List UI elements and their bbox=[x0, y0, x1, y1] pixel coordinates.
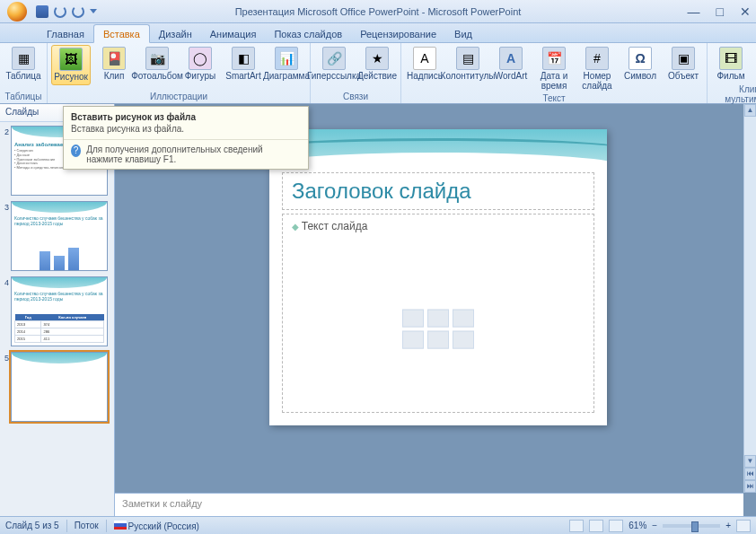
prev-slide-icon[interactable]: ⏮ bbox=[744, 468, 756, 480]
scroll-up-icon[interactable]: ▲ bbox=[744, 104, 756, 117]
chart-button[interactable]: 📊Диаграмма bbox=[267, 45, 306, 83]
thumb-4[interactable]: Количество случаев бешенства у собак за … bbox=[11, 276, 108, 346]
tab-design[interactable]: Дизайн bbox=[150, 25, 201, 42]
symbol-button[interactable]: ΩСимвол bbox=[620, 45, 660, 83]
zoom-level[interactable]: 61% bbox=[629, 521, 646, 530]
chart-label: Диаграмма bbox=[263, 72, 310, 82]
zoom-out-button[interactable]: − bbox=[652, 521, 657, 530]
zoom-slider[interactable] bbox=[663, 524, 720, 528]
status-bar: Слайд 5 из 5 Поток Русский (Россия) 61% … bbox=[0, 516, 756, 534]
next-slide-icon[interactable]: ⏭ bbox=[744, 480, 756, 493]
tab-insert[interactable]: Вставка bbox=[93, 24, 150, 43]
hyperlink-button[interactable]: 🔗Гиперссылка bbox=[314, 45, 354, 83]
status-layout: Поток bbox=[75, 521, 99, 530]
insert-smartart-icon[interactable] bbox=[453, 310, 474, 328]
qat-dropdown-icon[interactable] bbox=[90, 9, 97, 13]
table-button[interactable]: ▦Таблица bbox=[4, 45, 43, 83]
shapes-label: Фигуры bbox=[185, 72, 215, 82]
symbol-icon: Ω bbox=[629, 47, 652, 70]
slide: Заголовок слайда Текст слайда bbox=[269, 129, 607, 425]
tab-home[interactable]: Главная bbox=[38, 25, 93, 42]
save-icon[interactable] bbox=[36, 5, 48, 18]
headerfooter-button[interactable]: ▤Колонтитулы bbox=[448, 45, 488, 83]
object-button[interactable]: ▣Объект bbox=[664, 45, 703, 83]
table-icon: ▦ bbox=[12, 47, 35, 70]
smartart-button[interactable]: ◧SmartArt bbox=[224, 45, 263, 83]
group-media: 🎞Фильм 🔊Звук Клипы мультимедиа bbox=[708, 43, 756, 103]
tooltip-body: Вставка рисунка из файла. bbox=[64, 124, 308, 139]
view-slideshow-button[interactable] bbox=[609, 520, 623, 532]
tab-slideshow[interactable]: Показ слайдов bbox=[265, 25, 351, 42]
content-placeholder-icons[interactable] bbox=[402, 310, 474, 349]
datetime-label: Дата и время bbox=[534, 72, 574, 91]
scroll-track[interactable] bbox=[744, 117, 756, 457]
tab-review[interactable]: Рецензирование bbox=[351, 25, 445, 42]
thumb-number: 3 bbox=[2, 201, 11, 271]
fit-button[interactable] bbox=[736, 520, 751, 532]
textbox-icon: A bbox=[413, 47, 436, 70]
action-icon: ★ bbox=[365, 47, 389, 70]
zoom-in-button[interactable]: + bbox=[725, 521, 731, 530]
thumbnail-row[interactable]: 3 Количество случаев бешенства у собак з… bbox=[2, 201, 112, 271]
movie-button[interactable]: 🎞Фильм bbox=[711, 45, 751, 83]
shapes-button[interactable]: ◯Фигуры bbox=[180, 45, 220, 83]
vertical-scrollbar[interactable]: ▲ ▼ ⏮ ⏭ bbox=[743, 104, 756, 493]
datetime-button[interactable]: 📅Дата и время bbox=[534, 45, 574, 92]
office-button[interactable] bbox=[4, 0, 31, 23]
group-text: AНадпись ▤Колонтитулы AWordArt 📅Дата и в… bbox=[401, 43, 708, 103]
tab-view[interactable]: Вид bbox=[445, 25, 481, 42]
action-button[interactable]: ★Действие bbox=[357, 45, 397, 83]
thumb-4-table: ГодКол-во случаев201337420142862015411 bbox=[14, 314, 104, 343]
table-label: Таблица bbox=[5, 72, 40, 82]
thumb-5[interactable] bbox=[11, 352, 108, 422]
insert-table-icon[interactable] bbox=[402, 310, 424, 328]
scroll-down-icon[interactable]: ▼ bbox=[744, 455, 756, 468]
picture-button[interactable]: 🖼Рисунок bbox=[51, 45, 91, 85]
redo-icon[interactable] bbox=[72, 5, 84, 18]
window-title: Презентация Microsoft Office PowerPoint … bbox=[0, 6, 756, 17]
group-illus-label: Иллюстрации bbox=[51, 91, 306, 103]
tab-animation[interactable]: Анимация bbox=[201, 25, 266, 42]
picture-label: Рисунок bbox=[54, 73, 88, 83]
object-icon: ▣ bbox=[672, 47, 695, 70]
title-placeholder[interactable]: Заголовок слайда bbox=[282, 172, 594, 210]
album-button[interactable]: 📷Фотоальбом bbox=[137, 45, 177, 83]
group-tables-label: Таблицы bbox=[4, 91, 43, 103]
status-lang[interactable]: Русский (Россия) bbox=[114, 521, 199, 531]
help-icon: ? bbox=[71, 144, 81, 157]
textbox-label: Надпись bbox=[407, 72, 443, 82]
undo-icon[interactable] bbox=[54, 5, 66, 18]
minimize-button[interactable]: — bbox=[688, 4, 700, 19]
view-sorter-button[interactable] bbox=[589, 520, 603, 532]
hyperlink-icon: 🔗 bbox=[322, 47, 346, 70]
thumb-4-title: Количество случаев бешенства у собак за … bbox=[14, 291, 104, 302]
office-orb-icon bbox=[7, 2, 27, 22]
wordart-button[interactable]: AWordArt bbox=[491, 45, 531, 83]
group-tables: ▦Таблица Таблицы bbox=[0, 43, 48, 103]
picture-tooltip: Вставить рисунок из файла Вставка рисунк… bbox=[63, 106, 309, 170]
textbox-button[interactable]: AНадпись bbox=[405, 45, 444, 83]
wordart-icon: A bbox=[499, 47, 523, 70]
maximize-button[interactable]: □ bbox=[716, 4, 724, 19]
notes-pane[interactable]: Заметки к слайду bbox=[115, 493, 743, 516]
tooltip-help: ? Для получения дополнительных сведений … bbox=[64, 139, 308, 169]
view-normal-button[interactable] bbox=[569, 520, 584, 532]
slide-body-text: Текст слайда bbox=[292, 220, 585, 232]
insert-chart-icon[interactable] bbox=[427, 310, 449, 328]
smartart-label: SmartArt bbox=[225, 72, 260, 82]
insert-clipart-icon[interactable] bbox=[427, 331, 449, 349]
group-links: 🔗Гиперссылка ★Действие Связи bbox=[311, 43, 401, 103]
shapes-icon: ◯ bbox=[189, 47, 212, 70]
close-button[interactable]: ✕ bbox=[740, 4, 751, 19]
thumb-3-chart bbox=[14, 242, 104, 271]
insert-media-icon[interactable] bbox=[453, 331, 474, 349]
insert-picture-icon[interactable] bbox=[402, 331, 424, 349]
clip-button[interactable]: 🎴Клип bbox=[94, 45, 134, 83]
thumb-3-title: Количество случаев бешенства у собак за … bbox=[14, 215, 104, 226]
body-placeholder[interactable]: Текст слайда bbox=[282, 214, 594, 413]
group-links-label: Связи bbox=[314, 91, 397, 103]
slidenum-button[interactable]: #Номер слайда bbox=[577, 45, 617, 92]
thumbnail-row[interactable]: 4 Количество случаев бешенства у собак з… bbox=[2, 276, 112, 346]
thumb-3[interactable]: Количество случаев бешенства у собак за … bbox=[11, 201, 108, 271]
thumbnail-row[interactable]: 5 bbox=[2, 352, 112, 422]
